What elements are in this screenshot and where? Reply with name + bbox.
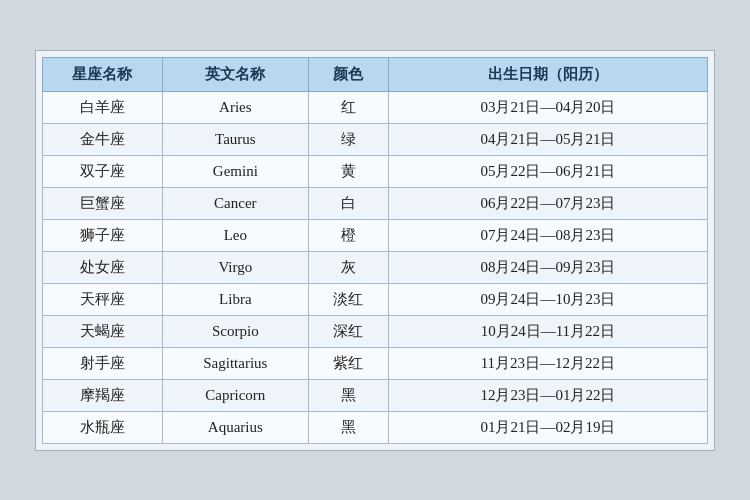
cell-chinese: 双子座	[43, 155, 163, 187]
cell-chinese: 白羊座	[43, 91, 163, 123]
cell-color: 黑	[308, 379, 388, 411]
table-row: 双子座Gemini黄05月22日—06月21日	[43, 155, 708, 187]
cell-date: 03月21日—04月20日	[388, 91, 707, 123]
cell-color: 淡红	[308, 283, 388, 315]
cell-color: 深红	[308, 315, 388, 347]
cell-chinese: 射手座	[43, 347, 163, 379]
table-row: 巨蟹座Cancer白06月22日—07月23日	[43, 187, 708, 219]
cell-date: 07月24日—08月23日	[388, 219, 707, 251]
cell-chinese: 摩羯座	[43, 379, 163, 411]
zodiac-table-container: 星座名称 英文名称 颜色 出生日期（阳历） 白羊座Aries红03月21日—04…	[35, 50, 715, 451]
cell-chinese: 狮子座	[43, 219, 163, 251]
header-date: 出生日期（阳历）	[388, 57, 707, 91]
cell-date: 08月24日—09月23日	[388, 251, 707, 283]
header-chinese: 星座名称	[43, 57, 163, 91]
cell-date: 12月23日—01月22日	[388, 379, 707, 411]
cell-english: Leo	[162, 219, 308, 251]
cell-color: 紫红	[308, 347, 388, 379]
cell-english: Taurus	[162, 123, 308, 155]
cell-color: 绿	[308, 123, 388, 155]
cell-chinese: 巨蟹座	[43, 187, 163, 219]
table-row: 处女座Virgo灰08月24日—09月23日	[43, 251, 708, 283]
cell-color: 灰	[308, 251, 388, 283]
table-row: 射手座Sagittarius紫红11月23日—12月22日	[43, 347, 708, 379]
cell-date: 09月24日—10月23日	[388, 283, 707, 315]
cell-color: 黄	[308, 155, 388, 187]
header-color: 颜色	[308, 57, 388, 91]
cell-date: 01月21日—02月19日	[388, 411, 707, 443]
cell-date: 10月24日—11月22日	[388, 315, 707, 347]
table-row: 天蝎座Scorpio深红10月24日—11月22日	[43, 315, 708, 347]
table-body: 白羊座Aries红03月21日—04月20日金牛座Taurus绿04月21日—0…	[43, 91, 708, 443]
cell-color: 红	[308, 91, 388, 123]
cell-english: Aries	[162, 91, 308, 123]
cell-chinese: 水瓶座	[43, 411, 163, 443]
cell-date: 05月22日—06月21日	[388, 155, 707, 187]
cell-date: 06月22日—07月23日	[388, 187, 707, 219]
cell-english: Virgo	[162, 251, 308, 283]
cell-english: Scorpio	[162, 315, 308, 347]
cell-color: 黑	[308, 411, 388, 443]
cell-english: Aquarius	[162, 411, 308, 443]
table-row: 狮子座Leo橙07月24日—08月23日	[43, 219, 708, 251]
cell-chinese: 天蝎座	[43, 315, 163, 347]
cell-english: Sagittarius	[162, 347, 308, 379]
cell-chinese: 天秤座	[43, 283, 163, 315]
cell-english: Libra	[162, 283, 308, 315]
table-row: 水瓶座Aquarius黑01月21日—02月19日	[43, 411, 708, 443]
cell-english: Gemini	[162, 155, 308, 187]
cell-english: Capricorn	[162, 379, 308, 411]
table-row: 摩羯座Capricorn黑12月23日—01月22日	[43, 379, 708, 411]
cell-english: Cancer	[162, 187, 308, 219]
cell-chinese: 处女座	[43, 251, 163, 283]
table-row: 白羊座Aries红03月21日—04月20日	[43, 91, 708, 123]
header-english: 英文名称	[162, 57, 308, 91]
cell-date: 11月23日—12月22日	[388, 347, 707, 379]
table-header-row: 星座名称 英文名称 颜色 出生日期（阳历）	[43, 57, 708, 91]
cell-date: 04月21日—05月21日	[388, 123, 707, 155]
cell-chinese: 金牛座	[43, 123, 163, 155]
cell-color: 橙	[308, 219, 388, 251]
cell-color: 白	[308, 187, 388, 219]
table-row: 金牛座Taurus绿04月21日—05月21日	[43, 123, 708, 155]
zodiac-table: 星座名称 英文名称 颜色 出生日期（阳历） 白羊座Aries红03月21日—04…	[42, 57, 708, 444]
table-row: 天秤座Libra淡红09月24日—10月23日	[43, 283, 708, 315]
